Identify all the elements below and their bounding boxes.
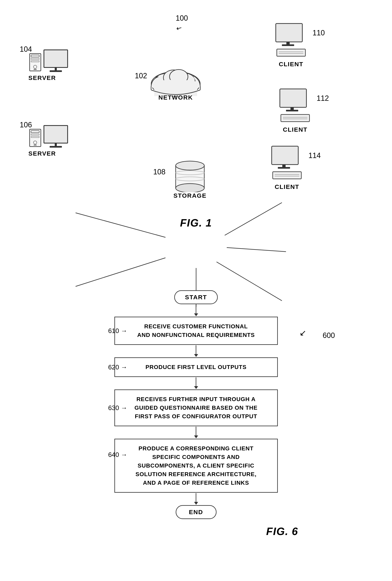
ref-620: 620 → xyxy=(108,364,127,371)
step-620-box: PRODUCE FIRST LEVEL OUTPUTS xyxy=(114,357,278,377)
svg-rect-47 xyxy=(275,174,299,175)
svg-rect-12 xyxy=(34,69,36,70)
server2-label: SERVER xyxy=(28,150,56,157)
ref-640: 640 → xyxy=(108,451,127,458)
svg-rect-41 xyxy=(283,117,308,118)
svg-rect-45 xyxy=(278,167,290,169)
ref-600: 600 xyxy=(323,331,335,340)
page-container: 100 ↙ 104 SERVER 106 xyxy=(0,0,392,581)
client-monitor-114-icon xyxy=(270,145,304,172)
arrow-2 xyxy=(196,345,196,354)
ref-610: 610 → xyxy=(108,327,127,335)
svg-rect-46 xyxy=(273,172,301,179)
fig1-title: FIG. 1 xyxy=(180,217,212,229)
server-tower-icon xyxy=(28,52,42,72)
svg-rect-38 xyxy=(291,107,294,110)
svg-rect-18 xyxy=(34,144,36,146)
client-keyboard-110-icon xyxy=(274,48,309,58)
step-640-row: 640 → PRODUCE A CORRESPONDING CLIENTSPEC… xyxy=(104,439,288,493)
step-610-row: 610 → RECEIVE CUSTOMER FUNCTIONALAND NON… xyxy=(104,317,288,345)
ref-106: 106 xyxy=(19,120,32,129)
svg-rect-42 xyxy=(283,118,308,119)
network-label: NETWORK xyxy=(158,94,193,101)
storage-cylinder-icon xyxy=(170,158,210,192)
server-104-group: 104 SERVER xyxy=(16,41,68,81)
ref-112: 112 xyxy=(317,94,329,103)
svg-rect-36 xyxy=(279,53,303,54)
svg-rect-31 xyxy=(276,24,302,42)
server-106-group: 106 SERVER xyxy=(16,116,68,157)
client-112-group: 112 CLIENT xyxy=(278,88,313,133)
svg-line-4 xyxy=(227,248,286,252)
svg-point-25 xyxy=(151,80,200,88)
ref-100-arrow: ↙ xyxy=(175,23,183,33)
storage-label: STORAGE xyxy=(173,192,207,199)
end-oval: END xyxy=(176,505,217,519)
svg-rect-32 xyxy=(286,42,290,45)
svg-rect-35 xyxy=(279,52,303,52)
client-monitor-110-icon xyxy=(274,22,309,49)
step-610-box: RECEIVE CUSTOMER FUNCTIONALAND NONFUNCTI… xyxy=(114,317,278,345)
client-keyboard-112-icon xyxy=(278,114,313,124)
svg-rect-44 xyxy=(282,164,286,168)
server-tower-2-icon xyxy=(28,128,42,148)
flowchart-container: 600 ↙ START 610 → RECEIVE CUSTOMER FUNCT… xyxy=(94,290,298,538)
step-640-box: PRODUCE A CORRESPONDING CLIENTSPECIFIC C… xyxy=(114,439,278,493)
ref-630: 630 → xyxy=(108,404,127,412)
arrow-3 xyxy=(196,378,196,386)
ref-110: 110 xyxy=(313,28,325,37)
network-group: 102 NETWORK xyxy=(147,63,204,101)
svg-line-0 xyxy=(76,213,165,237)
client2-label: CLIENT xyxy=(283,126,308,133)
step-630-row: 630 → RECEIVES FURTHER INPUT THROUGH AGU… xyxy=(104,390,288,426)
svg-point-28 xyxy=(176,184,204,192)
client-114-group: 114 CLIENT xyxy=(270,145,304,190)
server1-label: SERVER xyxy=(28,74,56,81)
svg-rect-33 xyxy=(282,44,294,46)
client3-label: CLIENT xyxy=(275,184,299,190)
storage-group: 108 STORAGE xyxy=(170,158,210,199)
fig6-title: FIG. 6 xyxy=(266,525,298,538)
arrow-1 xyxy=(196,304,196,314)
svg-rect-37 xyxy=(280,89,306,107)
ref-100: 100 xyxy=(176,14,188,22)
svg-rect-48 xyxy=(275,176,299,176)
client1-label: CLIENT xyxy=(279,61,303,68)
svg-rect-43 xyxy=(272,146,298,164)
svg-rect-40 xyxy=(281,114,310,122)
ref-102: 102 xyxy=(135,72,147,80)
svg-rect-34 xyxy=(277,49,305,56)
ref-114: 114 xyxy=(309,151,321,160)
step-620-row: 620 → PRODUCE FIRST LEVEL OUTPUTS xyxy=(104,357,288,377)
arrow-5 xyxy=(196,493,196,502)
svg-line-3 xyxy=(225,202,282,235)
start-oval: START xyxy=(174,290,218,304)
step-630-box: RECEIVES FURTHER INPUT THROUGH AGUIDED Q… xyxy=(114,390,278,426)
client-keyboard-114-icon xyxy=(270,171,304,181)
ref-600-arrow: ↙ xyxy=(300,328,306,338)
arrow-4 xyxy=(196,427,196,436)
svg-point-27 xyxy=(176,161,204,170)
svg-rect-39 xyxy=(286,110,298,112)
client-110-group: 110 CLIENT xyxy=(274,22,309,68)
ref-108: 108 xyxy=(153,168,165,176)
svg-line-1 xyxy=(76,258,165,286)
ref-104: 104 xyxy=(19,45,32,54)
client-monitor-112-icon xyxy=(278,88,313,114)
